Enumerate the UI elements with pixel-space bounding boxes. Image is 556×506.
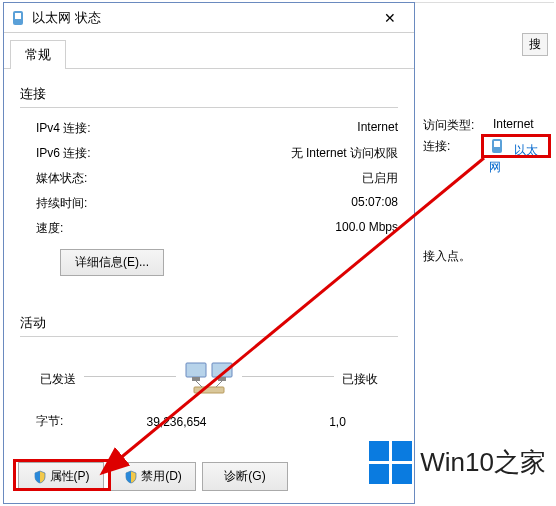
bytes-label: 字节: [36,413,116,430]
speed-value: 100.0 Mbps [335,220,398,237]
received-label: 已接收 [342,371,378,388]
properties-button[interactable]: 属性(P) [18,462,104,491]
svg-rect-7 [218,377,226,381]
svg-line-10 [216,381,222,387]
svg-rect-1 [494,141,500,147]
details-button[interactable]: 详细信息(E)... [60,249,164,276]
windows-logo-icon [369,441,412,484]
computers-icon [184,359,234,399]
access-type-value: Internet [493,117,534,134]
shield-icon [124,470,138,484]
ethernet-status-dialog: 以太网 状态 ✕ 常规 连接 IPv4 连接:Internet IPv6 连接:… [3,2,415,504]
ethernet-link[interactable]: 以太网 [489,138,546,176]
svg-rect-4 [186,363,206,377]
media-state-value: 已启用 [362,170,398,187]
connection-section-header: 连接 [20,85,398,103]
watermark-logo: Win10之家 [369,441,546,484]
ipv6-value: 无 Internet 访问权限 [291,145,398,162]
ipv4-value: Internet [357,120,398,137]
close-button[interactable]: ✕ [372,6,408,30]
tabstrip: 常规 [4,33,414,69]
titlebar: 以太网 状态 ✕ [4,3,414,33]
bytes-sent-value: 39,236,654 [116,415,237,429]
watermark-text: Win10之家 [420,445,546,480]
access-type-label: 访问类型: [423,117,483,134]
connections-label: 连接: [423,138,479,176]
duration-value: 05:07:08 [351,195,398,212]
bytes-received-value: 1,0 [277,415,398,429]
svg-rect-5 [212,363,232,377]
search-button[interactable]: 搜 [522,33,548,56]
disable-button[interactable]: 禁用(D) [110,462,196,491]
activity-section-header: 活动 [20,314,398,332]
ethernet-icon [489,138,505,154]
media-state-label: 媒体状态: [36,170,362,187]
svg-rect-3 [15,13,21,19]
svg-rect-6 [192,377,200,381]
tab-general[interactable]: 常规 [10,40,66,69]
diagnose-button[interactable]: 诊断(G) [202,462,288,491]
speed-label: 速度: [36,220,335,237]
sent-label: 已发送 [40,371,76,388]
dialog-title: 以太网 状态 [32,9,372,27]
ap-text: 接入点。 [423,248,546,265]
background-panel: 搜 访问类型: Internet 连接: 以太网 接入点。 [415,2,554,504]
ipv6-label: IPv6 连接: [36,145,291,162]
svg-rect-8 [194,387,224,393]
ethernet-icon [10,10,26,26]
ipv4-label: IPv4 连接: [36,120,357,137]
shield-icon [33,470,47,484]
svg-line-9 [196,381,202,387]
duration-label: 持续时间: [36,195,351,212]
close-icon: ✕ [384,10,396,26]
